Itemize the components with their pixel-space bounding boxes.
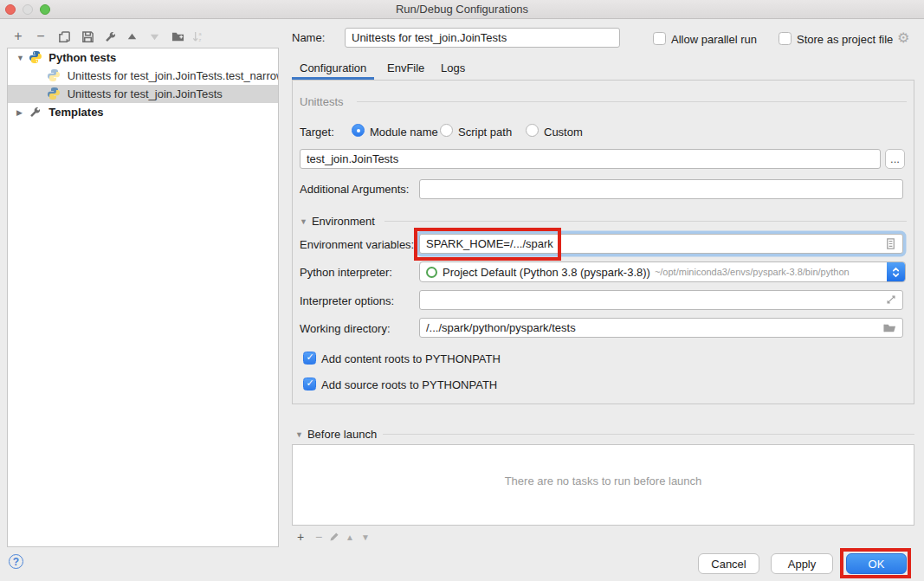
add-content-roots-checkbox[interactable] (303, 352, 316, 365)
run-debug-configurations-dialog: Run/Debug Configurations + − a z (0, 0, 924, 581)
templates-wrench-icon (29, 106, 42, 119)
target-script-path-radio[interactable] (440, 124, 453, 137)
target-module-name-label[interactable]: Module name (370, 126, 438, 139)
tree-item-unittests-selected[interactable]: Unittests for test_join.JoinTests (8, 85, 278, 103)
before-launch-task-list: There are no tasks to run before launch (292, 444, 914, 526)
tree-item-label: Templates (48, 106, 103, 119)
section-divider (384, 221, 907, 222)
python-test-icon (47, 68, 61, 82)
section-divider (383, 434, 914, 435)
allow-parallel-run-label[interactable]: Allow parallel run (671, 33, 757, 46)
tree-item-label: Unittests for test_join.JoinTests (68, 87, 223, 100)
interpreter-options-label: Interpreter options: (300, 294, 394, 307)
tree-item-python-tests[interactable]: ▼ Python tests (8, 48, 278, 67)
store-as-project-file-checkbox[interactable] (779, 32, 792, 45)
environment-variables-label: Environment variables: (300, 238, 414, 251)
dropdown-stepper-icon[interactable] (887, 261, 905, 282)
save-icon[interactable] (80, 29, 95, 44)
task-move-down-icon: ▼ (359, 530, 372, 544)
before-launch-empty-message: There are no tasks to run before launch (293, 474, 914, 487)
tree-item-templates[interactable]: ▶ Templates (8, 103, 278, 121)
python-interpreter-path: ~/opt/miniconda3/envs/pyspark-3.8/bin/py… (655, 267, 887, 277)
task-move-up-icon: ▲ (343, 530, 357, 544)
tab-logs[interactable]: Logs (441, 61, 465, 80)
environment-section-title: Environment (312, 215, 375, 228)
tab-envfile[interactable]: EnvFile (387, 61, 424, 80)
target-module-input[interactable] (300, 149, 881, 169)
name-label: Name: (292, 31, 325, 44)
additional-arguments-label: Additional Arguments: (300, 183, 409, 196)
tree-item-label: Python tests (48, 51, 116, 64)
target-custom-radio[interactable] (526, 124, 539, 137)
add-content-roots-label[interactable]: Add content roots to PYTHONPATH (321, 352, 501, 365)
target-script-path-label[interactable]: Script path (458, 126, 512, 139)
before-launch-title: Before launch (307, 428, 377, 441)
target-label: Target: (300, 126, 334, 139)
target-module-name-radio[interactable] (352, 124, 365, 137)
annotation-box-ok-button (840, 548, 911, 578)
svg-text:a: a (198, 31, 202, 36)
before-launch-section-header[interactable]: ▼Before launch (295, 428, 377, 441)
chevron-right-icon[interactable]: ▶ (16, 104, 25, 121)
svg-text:z: z (198, 36, 201, 42)
python-icon (29, 50, 42, 64)
chevron-down-icon[interactable]: ▼ (300, 217, 307, 226)
name-input[interactable] (345, 28, 620, 48)
configurations-tree: ▼ Python tests Unittests for test_join.J… (7, 48, 279, 547)
move-down-icon (146, 29, 162, 44)
title-bar: Run/Debug Configurations (0, 0, 924, 19)
python-interpreter-label: Python interpreter: (300, 266, 392, 279)
section-divider (357, 101, 907, 102)
expand-field-icon[interactable] (885, 294, 897, 306)
unittests-section-title: Unittests (300, 95, 344, 108)
working-directory-label: Working directory: (300, 322, 391, 335)
help-button[interactable]: ? (9, 554, 23, 569)
new-folder-icon[interactable] (170, 29, 185, 44)
python-test-icon (47, 87, 61, 100)
target-custom-label[interactable]: Custom (544, 126, 583, 139)
conda-environment-icon (426, 267, 437, 278)
browse-ellipsis-button[interactable]: ... (885, 149, 905, 169)
interpreter-options-input[interactable] (419, 290, 903, 310)
python-interpreter-select[interactable]: Project Default (Python 3.8 (pyspark-3.8… (419, 261, 906, 282)
gear-icon[interactable]: ⚙ (897, 31, 909, 45)
move-up-icon[interactable] (124, 29, 139, 44)
window-title: Run/Debug Configurations (0, 3, 924, 16)
add-icon[interactable]: + (10, 29, 26, 44)
tree-item-label: Unittests for test_join.JoinTests.test_n… (68, 69, 278, 82)
sort-alphabetically-icon: a z (190, 29, 205, 44)
allow-parallel-run-checkbox[interactable] (653, 32, 666, 45)
annotation-box-environment-variables (414, 228, 561, 261)
edit-task-pencil-icon (327, 530, 341, 544)
python-interpreter-value: Project Default (Python 3.8 (pyspark-3.8… (443, 266, 650, 279)
apply-button[interactable]: Apply (771, 553, 833, 574)
environment-section-header[interactable]: ▼Environment (300, 215, 375, 228)
tree-item-unittests-narrow[interactable]: Unittests for test_join.JoinTests.test_n… (8, 67, 278, 85)
working-directory-input[interactable] (419, 318, 903, 338)
browse-variables-icon[interactable] (884, 237, 897, 250)
remove-icon[interactable]: − (33, 29, 48, 44)
remove-task-icon: − (312, 530, 326, 544)
chevron-down-icon[interactable]: ▼ (16, 49, 25, 67)
add-source-roots-checkbox[interactable] (303, 378, 316, 391)
chevron-down-icon[interactable]: ▼ (295, 430, 303, 439)
copy-icon[interactable] (56, 29, 72, 44)
add-task-icon[interactable]: + (294, 530, 307, 544)
store-as-project-file-label[interactable]: Store as project file (797, 33, 893, 46)
cancel-button[interactable]: Cancel (698, 553, 759, 574)
add-source-roots-label[interactable]: Add source roots to PYTHONPATH (321, 378, 497, 391)
folder-icon[interactable] (883, 321, 896, 334)
additional-arguments-input[interactable] (419, 179, 903, 199)
edit-defaults-wrench-icon[interactable] (102, 29, 118, 44)
